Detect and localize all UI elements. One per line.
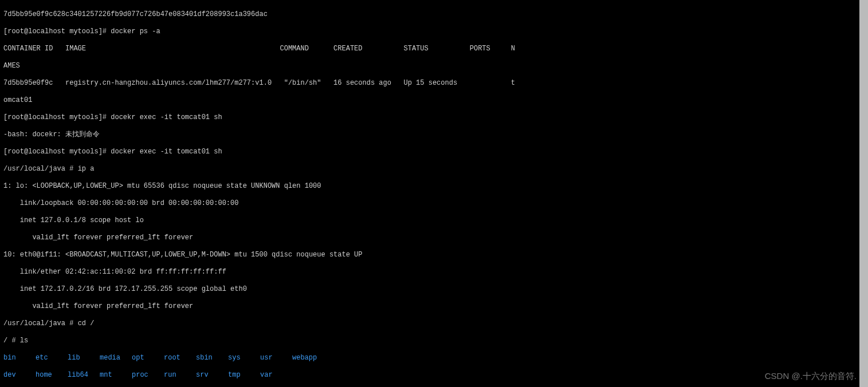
dir: mnt bbox=[100, 371, 132, 380]
prompt-line: [root@localhost mytools]# docekr exec -i… bbox=[3, 113, 856, 122]
prompt-line: /usr/local/java # cd / bbox=[3, 319, 856, 328]
output-line: valid_lft forever preferred_lft forever bbox=[3, 302, 856, 311]
dir: opt bbox=[132, 354, 164, 362]
output-line: valid_lft forever preferred_lft forever bbox=[3, 234, 856, 242]
command-text: ls bbox=[20, 337, 28, 345]
output-line: link/ether 02:42:ac:11:00:02 brd ff:ff:f… bbox=[3, 268, 856, 277]
dir: usr bbox=[260, 354, 292, 362]
command-text: cd / bbox=[78, 319, 95, 327]
dir: proc bbox=[132, 371, 164, 380]
dir: etc bbox=[36, 354, 68, 362]
prompt-line: / # ls bbox=[3, 337, 856, 345]
prompt-line: [root@localhost mytools]# docker ps -a bbox=[3, 27, 856, 36]
output-line: 1: lo: <LOOPBACK,UP,LOWER_UP> mtu 65536 … bbox=[3, 182, 856, 191]
output-line: inet 127.0.0.1/8 scope host lo bbox=[3, 216, 856, 225]
output-line: omcat01 bbox=[3, 96, 856, 105]
scrollbar-track[interactable] bbox=[859, 0, 868, 387]
command-text: ip a bbox=[78, 165, 95, 173]
ls-output: devhomelib64mntprocrunsrvtmpvar bbox=[3, 371, 856, 380]
dir: bin bbox=[3, 354, 36, 362]
dir: sbin bbox=[196, 354, 228, 362]
command-text: docker ps -a bbox=[111, 27, 160, 35]
command-text: docekr exec -it tomcat01 sh bbox=[111, 113, 222, 121]
output-line: 10: eth0@if11: <BROADCAST,MULTICAST,UP,L… bbox=[3, 251, 856, 259]
dir: var bbox=[260, 371, 292, 380]
dir: media bbox=[100, 354, 132, 362]
dir: lib bbox=[68, 354, 100, 362]
dir: lib64 bbox=[68, 371, 100, 380]
terminal-output[interactable]: 7d5bb95e0f9c628c3401257226fb9d077c726b47… bbox=[0, 0, 859, 387]
scrollbar-thumb[interactable] bbox=[859, 0, 868, 387]
dir: sys bbox=[228, 354, 260, 362]
output-line: AMES bbox=[3, 62, 856, 70]
watermark-label: CSDN @.十六分的音符. bbox=[765, 372, 857, 380]
prompt-line: [root@localhost mytools]# docker exec -i… bbox=[3, 148, 856, 156]
dir: root bbox=[164, 354, 196, 362]
dir: run bbox=[164, 371, 196, 380]
output-line: 7d5bb95e0f9c628c3401257226fb9d077c726b47… bbox=[3, 10, 856, 19]
ls-output: binetclibmediaoptrootsbinsysusrwebapp bbox=[3, 354, 856, 362]
error-line: -bash: docekr: 未找到命令 bbox=[3, 131, 856, 139]
output-line: CONTAINER ID IMAGE COMMAND CREATED STATU… bbox=[3, 45, 856, 53]
dir: dev bbox=[3, 371, 36, 380]
dir: home bbox=[36, 371, 68, 380]
dir: tmp bbox=[228, 371, 260, 380]
prompt-line: /usr/local/java # ip a bbox=[3, 165, 856, 173]
output-line: 7d5bb95e0f9c registry.cn-hangzhou.aliyun… bbox=[3, 79, 856, 88]
output-line: inet 172.17.0.2/16 brd 172.17.255.255 sc… bbox=[3, 285, 856, 294]
output-line: link/loopback 00:00:00:00:00:00 brd 00:0… bbox=[3, 199, 856, 208]
command-text: docker exec -it tomcat01 sh bbox=[111, 148, 222, 156]
dir: srv bbox=[196, 371, 228, 380]
dir: webapp bbox=[292, 354, 324, 362]
